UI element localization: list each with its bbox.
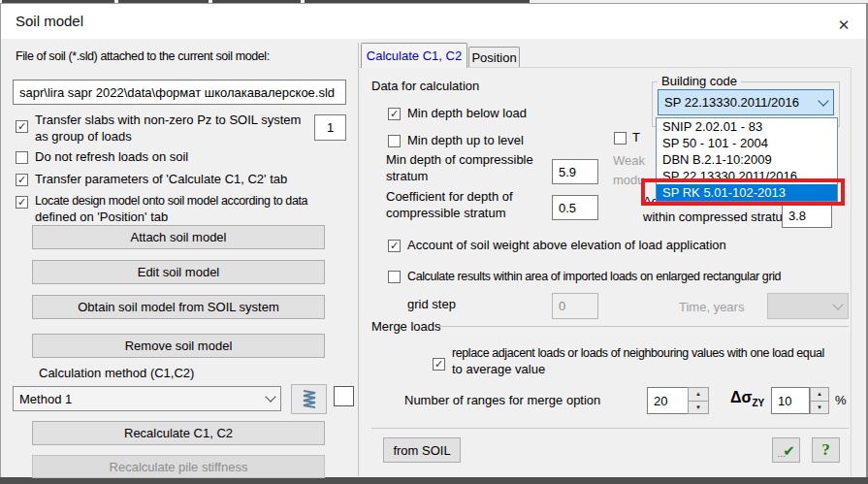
- grid-step-label: grid step: [407, 297, 456, 312]
- spin-down-icon: ▼: [817, 404, 822, 410]
- calc-results-grid-checkbox[interactable]: [388, 271, 401, 283]
- locate-model-label-line1: Locate design model onto soil model acco…: [35, 193, 307, 209]
- transfer-slabs-label-line1: Transfer slabs with non-zero Pz to SOIL …: [35, 113, 301, 128]
- coef-depth-label-line1: Coefficient for depth of: [386, 189, 513, 205]
- titlebar: Soil model ✕: [1, 4, 866, 39]
- min-depth-stratum-label-line2: stratum: [386, 169, 428, 184]
- data-for-calculation-label: Data for calculation: [371, 79, 479, 94]
- chevron-down-icon: [818, 95, 828, 106]
- building-code-value: SP 22.13330.2011/2016: [664, 95, 820, 110]
- coef-depth-input[interactable]: [552, 195, 598, 220]
- account-soil-weight-checkbox[interactable]: ✓: [388, 240, 401, 252]
- calculation-method-select[interactable]: Method 1: [13, 386, 281, 411]
- apply-button[interactable]: … ✔: [772, 437, 800, 463]
- replace-loads-checkbox[interactable]: ✓: [433, 358, 445, 371]
- clipped-checkbox-label: T: [632, 130, 640, 145]
- ranges-label: Number of ranges for merge option: [404, 393, 600, 408]
- delta-sigma-input[interactable]: [771, 387, 810, 414]
- dropdown-item[interactable]: DBN B.2.1-10:2009: [657, 151, 837, 168]
- window-border-bottom: [0, 477, 868, 484]
- from-soil-button[interactable]: from SOIL: [383, 437, 461, 463]
- min-depth-input[interactable]: [552, 159, 598, 184]
- no-refresh-checkbox[interactable]: [16, 151, 28, 164]
- delta-sigma-symbol: Δσ: [730, 389, 752, 405]
- edit-soil-model-button[interactable]: Edit soil model: [32, 260, 325, 284]
- obtain-soil-model-button[interactable]: Obtain soil model from SOIL system: [32, 295, 325, 319]
- method-extra-checkbox[interactable]: [334, 386, 354, 406]
- tab-calculate-c1c2[interactable]: Calculate C1, C2: [361, 43, 467, 68]
- transfer-slabs-label-line2: as group of loads: [35, 129, 132, 145]
- percent-label: %: [835, 393, 847, 408]
- file-path-input[interactable]: [13, 80, 346, 105]
- recalculate-pile-button[interactable]: Recalculate pile stiffness: [32, 455, 325, 478]
- min-depth-up-checkbox[interactable]: [388, 135, 401, 147]
- file-of-soil-label: File of soil (*.sld) attached to the cur…: [16, 48, 270, 64]
- merge-loads-divider-bottom: [371, 428, 849, 429]
- soil-model-dialog: Soil model ✕ File of soil (*.sld) attach…: [0, 0, 868, 484]
- delta-sigma-subscript: ZY: [752, 398, 764, 408]
- close-icon: ✕: [838, 16, 851, 34]
- ranges-spinner: ▲ ▼: [688, 387, 709, 414]
- check-icon: ✓: [390, 241, 399, 250]
- check-icon: ✓: [390, 109, 399, 118]
- locate-model-label-line2: defined on 'Position' tab: [35, 210, 168, 225]
- merge-loads-divider-top: [438, 326, 849, 327]
- dropdown-item[interactable]: SNIP 2.02.01 - 83: [657, 118, 837, 135]
- calc-results-grid-label: Calculate results within area of importe…: [407, 269, 781, 284]
- spin-down-button[interactable]: ▼: [688, 401, 709, 415]
- window-border-left: [0, 3, 1, 477]
- check-icon: ✓: [17, 197, 26, 207]
- account-soil-weight-label: Account of soil weight above elevation o…: [407, 238, 726, 253]
- help-button[interactable]: ?: [812, 437, 840, 463]
- grid-step-input[interactable]: [552, 293, 598, 319]
- building-code-select[interactable]: SP 22.13330.2011/2016: [658, 89, 834, 115]
- spin-down-button[interactable]: ▼: [810, 401, 829, 415]
- no-refresh-label: Do not refresh loads on soil: [35, 149, 188, 165]
- spin-up-icon: ▲: [817, 391, 822, 397]
- check-icon: ✓: [17, 121, 26, 131]
- coef-depth-label-line2: compressible stratum: [386, 206, 506, 221]
- chevron-down-icon: [265, 391, 275, 402]
- min-depth-below-checkbox[interactable]: ✓: [388, 108, 401, 120]
- spin-up-button[interactable]: ▲: [810, 387, 829, 402]
- delta-sigma-spinner: ▲ ▼: [810, 387, 829, 414]
- attach-soil-model-button[interactable]: Attach soil model: [32, 225, 325, 249]
- min-depth-stratum-label-line1: Min depth of compressible: [386, 152, 533, 168]
- help-icon: ?: [821, 440, 830, 460]
- ranges-input[interactable]: [647, 387, 689, 414]
- panel-separator: [358, 43, 359, 476]
- replace-loads-label-line1: replace adjacent loads or loads of neigh…: [452, 345, 824, 361]
- tab-position[interactable]: Position: [468, 47, 520, 67]
- min-depth-below-label: Min depth below load: [407, 106, 527, 121]
- tab-body-right-edge: [851, 68, 852, 476]
- recalculate-c1c2-button[interactable]: Recalculate C1, C2: [32, 421, 325, 445]
- merge-loads-label: Merge loads: [371, 319, 441, 335]
- close-button[interactable]: ✕: [820, 8, 867, 43]
- remove-soil-model-button[interactable]: Remove soil model: [32, 334, 325, 358]
- weak-label-fragment: Weak: [613, 153, 645, 169]
- delta-sigma-label: ΔσZY: [730, 390, 764, 411]
- transfer-params-checkbox[interactable]: ✓: [16, 174, 28, 186]
- apply-check-icon: ✔: [783, 443, 795, 458]
- additional-stress-input[interactable]: [782, 203, 832, 228]
- calculation-method-label: Calculation method (C1,C2): [39, 366, 194, 381]
- transfer-slabs-checkbox[interactable]: ✓: [16, 120, 28, 133]
- spring-icon: [300, 389, 319, 410]
- dropdown-item[interactable]: SP 50 - 101 - 2004: [657, 135, 837, 151]
- group-count-input[interactable]: [314, 114, 346, 141]
- spin-down-icon: ▼: [695, 404, 701, 410]
- time-years-label: Time, years: [679, 300, 744, 315]
- spin-up-icon: ▲: [695, 391, 701, 397]
- transfer-params-label: Transfer parameters of 'Calculate C1, C2…: [35, 172, 287, 187]
- window-title: Soil model: [16, 13, 83, 29]
- selected-item-red-highlight: [641, 178, 845, 206]
- additional-stress-label-line2: within compressed stratum: [643, 210, 793, 225]
- locate-model-checkbox[interactable]: ✓: [16, 196, 28, 209]
- time-years-select[interactable]: [767, 293, 849, 319]
- check-icon: ✓: [434, 359, 443, 369]
- clipped-checkbox[interactable]: [614, 132, 627, 145]
- spring-button[interactable]: [291, 384, 327, 414]
- min-depth-up-label: Min depth up to level: [407, 133, 524, 148]
- spin-up-button[interactable]: ▲: [688, 387, 709, 402]
- calculation-method-value: Method 1: [19, 392, 267, 406]
